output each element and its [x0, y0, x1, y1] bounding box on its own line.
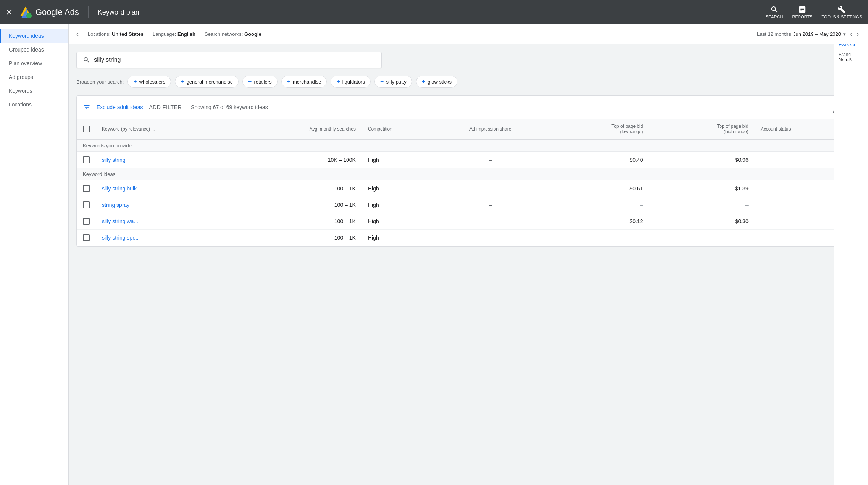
avg-searches-cell: 100 – 1K — [247, 180, 362, 197]
sidebar-item-keywords[interactable]: Keywords — [0, 84, 68, 98]
broaden-chip-silly-putty[interactable]: + silly putty — [374, 76, 412, 88]
page-title: Keyword plan — [98, 8, 139, 16]
logo-area: Google Ads — [19, 5, 79, 19]
table-row: silly string wa... 100 – 1K High – $0.12 — [77, 213, 860, 230]
competition-cell: High — [362, 152, 437, 168]
subheader: ‹ Locations: United States Language: Eng… — [69, 24, 868, 44]
main-content: Broaden your search: + wholesalers + gen… — [69, 44, 868, 254]
select-all-checkbox[interactable] — [83, 126, 90, 132]
avg-searches-cell: 100 – 1K — [247, 197, 362, 213]
tools-action-label: TOOLS & SETTINGS — [821, 15, 862, 19]
row-checkbox[interactable] — [83, 156, 90, 163]
bid-high-header[interactable]: Top of page bid(high range) — [649, 119, 754, 139]
table-row: silly string spr... 100 – 1K High – – — [77, 230, 860, 246]
date-range-label: Last 12 months — [757, 31, 791, 37]
sidebar-item-plan-overview[interactable]: Plan overview — [0, 56, 68, 70]
row-checkbox[interactable] — [83, 185, 90, 192]
date-range-dropdown-icon: ▾ — [843, 31, 846, 37]
reports-action[interactable]: REPORTS — [792, 5, 812, 19]
ad-share-cell: – — [437, 213, 544, 230]
bid-low-label: Top of page bid(low range) — [611, 124, 643, 134]
bid-low-cell: $0.61 — [544, 180, 649, 197]
ad-share-cell: – — [437, 230, 544, 246]
ad-impression-share-header[interactable]: Ad impression share — [437, 119, 544, 139]
tools-action[interactable]: TOOLS & SETTINGS — [821, 5, 862, 19]
add-filter-button[interactable]: ADD FILTER — [149, 104, 182, 110]
google-ads-logo-icon — [19, 5, 32, 19]
row-checkbox[interactable] — [83, 218, 90, 225]
sidebar-item-grouped-ideas[interactable]: Grouped ideas — [0, 43, 68, 56]
broaden-chip-wholesalers[interactable]: + wholesalers — [127, 76, 171, 88]
search-input[interactable] — [94, 56, 375, 63]
sort-icon: ↓ — [153, 126, 155, 132]
ad-share-cell: – — [437, 152, 544, 168]
sidebar-item-ad-groups[interactable]: Ad groups — [0, 70, 68, 84]
exclude-adult-link[interactable]: Exclude adult ideas — [97, 104, 143, 110]
table-row: string spray 100 – 1K High – – — [77, 197, 860, 213]
keyword-search-box[interactable] — [76, 52, 382, 68]
reports-icon — [798, 5, 807, 14]
search-action[interactable]: SEARCH — [766, 5, 783, 19]
competition-cell: High — [362, 213, 437, 230]
broaden-chip-retailers[interactable]: + retailers — [242, 76, 278, 88]
sidebar-item-locations[interactable]: Locations — [0, 98, 68, 111]
section-provided-header: Keywords you provided — [77, 139, 860, 152]
date-range-selector[interactable]: Last 12 months Jun 2019 – May 2020 ▾ ‹ › — [757, 29, 860, 40]
row-checkbox[interactable] — [83, 234, 90, 241]
broaden-chip-liquidators[interactable]: + liquidators — [331, 76, 371, 88]
ad-share-cell: – — [437, 180, 544, 197]
topbar-actions: SEARCH REPORTS TOOLS & SETTINGS — [766, 5, 862, 19]
filter-icon — [83, 103, 90, 111]
plus-icon: + — [248, 78, 252, 85]
row-checkbox-cell — [77, 152, 96, 168]
competition-header[interactable]: Competition — [362, 119, 437, 139]
plus-icon: + — [380, 78, 384, 85]
sidebar-item-plan-overview-label: Plan overview — [9, 60, 42, 66]
bid-low-cell: $0.12 — [544, 213, 649, 230]
broaden-chip-general-merchandise[interactable]: + general merchandise — [175, 76, 239, 88]
select-all-header — [77, 119, 96, 139]
showing-count: Showing 67 of 69 keyword ideas — [191, 104, 268, 110]
avg-searches-cell: 10K – 100K — [247, 152, 362, 168]
sidebar-item-keyword-ideas[interactable]: Keyword ideas — [0, 29, 68, 43]
bid-high-cell: $0.30 — [649, 213, 754, 230]
svg-point-2 — [26, 13, 32, 18]
broaden-label: Broaden your search: — [76, 79, 124, 85]
keyword-table-area: Exclude adult ideas ADD FILTER Showing 6… — [76, 95, 860, 247]
sidebar-item-keyword-ideas-label: Keyword ideas — [9, 33, 44, 39]
date-next-button[interactable]: › — [855, 29, 860, 40]
keyword-cell: silly string spr... — [96, 230, 247, 246]
app-title: Google Ads — [35, 7, 79, 17]
language-info: Language: English — [153, 31, 195, 37]
sidebar-item-keywords-label: Keywords — [9, 88, 32, 94]
search-action-label: SEARCH — [766, 15, 783, 19]
keyword-cell: string spray — [96, 197, 247, 213]
bid-high-cell: $0.96 — [649, 152, 754, 168]
row-checkbox[interactable] — [83, 201, 90, 208]
plus-icon: + — [133, 78, 137, 85]
plus-icon: + — [287, 78, 290, 85]
search-box-icon — [83, 56, 90, 64]
keyword-column-header[interactable]: Keyword (by relevance) ↓ — [96, 119, 247, 139]
brand-value: Non-B — [839, 57, 852, 63]
date-prev-button[interactable]: ‹ — [848, 29, 853, 40]
keyword-table: Keyword (by relevance) ↓ Avg. monthly se… — [77, 119, 860, 246]
avg-searches-header[interactable]: Avg. monthly searches — [247, 119, 362, 139]
plus-icon: + — [422, 78, 425, 85]
bid-low-cell: $0.40 — [544, 152, 649, 168]
search-icon — [770, 5, 779, 14]
sidebar-item-ad-groups-label: Ad groups — [9, 74, 33, 80]
network-info: Search networks: Google — [205, 31, 261, 37]
back-button[interactable]: ‹ — [76, 30, 79, 38]
ad-share-cell: – — [437, 197, 544, 213]
date-nav: ‹ › — [848, 29, 860, 40]
broaden-chip-glow-sticks[interactable]: + glow sticks — [416, 76, 457, 88]
bid-high-cell: – — [649, 197, 754, 213]
sidebar-item-locations-label: Locations — [9, 102, 32, 108]
sidebar-item-grouped-ideas-label: Grouped ideas — [9, 47, 44, 53]
close-button[interactable]: ✕ — [6, 8, 13, 17]
row-checkbox-cell — [77, 197, 96, 213]
bid-low-header[interactable]: Top of page bid(low range) — [544, 119, 649, 139]
broaden-chip-merchandise[interactable]: + merchandise — [281, 76, 327, 88]
table-row: silly string bulk 100 – 1K High – $0.61 — [77, 180, 860, 197]
